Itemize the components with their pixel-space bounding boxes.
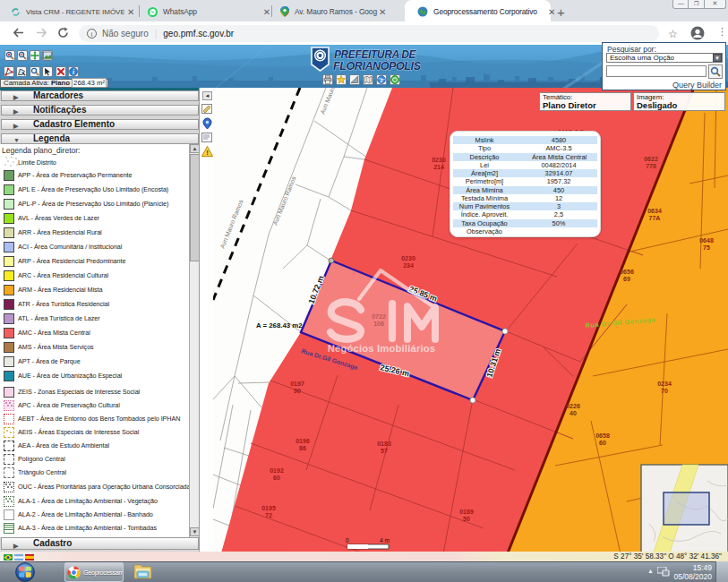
- svg-text:0656: 0656: [620, 269, 634, 275]
- svg-text:0196: 0196: [295, 438, 310, 444]
- svg-text:Negócios Imobiliários: Negócios Imobiliários: [328, 343, 435, 354]
- svg-text:0197: 0197: [290, 381, 304, 387]
- svg-text:69: 69: [623, 276, 630, 282]
- svg-text:FLORIANÓPOLIS: FLORIANÓPOLIS: [333, 59, 421, 73]
- svg-text:4 m: 4 m: [380, 537, 390, 543]
- svg-text:57: 57: [381, 448, 388, 454]
- svg-text:70: 70: [661, 388, 668, 394]
- svg-text:0230: 0230: [432, 157, 446, 163]
- svg-text:0230: 0230: [401, 255, 415, 261]
- svg-text:40: 40: [570, 410, 577, 416]
- svg-text:50: 50: [463, 516, 470, 522]
- svg-text:0192: 0192: [270, 467, 284, 474]
- svg-text:A = 268.43 m2: A = 268.43 m2: [256, 321, 303, 330]
- svg-text:!: !: [206, 149, 209, 157]
- svg-text:72: 72: [265, 512, 272, 518]
- svg-text:0622: 0622: [644, 156, 658, 162]
- svg-text:0: 0: [346, 537, 349, 543]
- svg-text:0634: 0634: [647, 208, 662, 214]
- svg-text:60: 60: [273, 475, 280, 481]
- svg-text:0189: 0189: [459, 509, 474, 515]
- svg-text:776: 776: [646, 163, 656, 169]
- svg-text:90: 90: [294, 388, 301, 394]
- svg-text:75: 75: [703, 244, 710, 251]
- svg-text:0234: 0234: [657, 381, 672, 387]
- svg-text:234: 234: [403, 262, 414, 269]
- svg-text:PREFEITURA DE: PREFEITURA DE: [334, 48, 416, 61]
- svg-text:0658: 0658: [595, 432, 610, 439]
- svg-text:0183: 0183: [377, 441, 391, 447]
- svg-text:86: 86: [299, 445, 306, 451]
- svg-text:0195: 0195: [261, 505, 276, 511]
- svg-text:0226: 0226: [566, 403, 580, 409]
- svg-text:60: 60: [599, 440, 606, 446]
- svg-text:214: 214: [433, 164, 444, 170]
- svg-text:0648: 0648: [699, 237, 714, 244]
- svg-text:77A: 77A: [649, 215, 661, 221]
